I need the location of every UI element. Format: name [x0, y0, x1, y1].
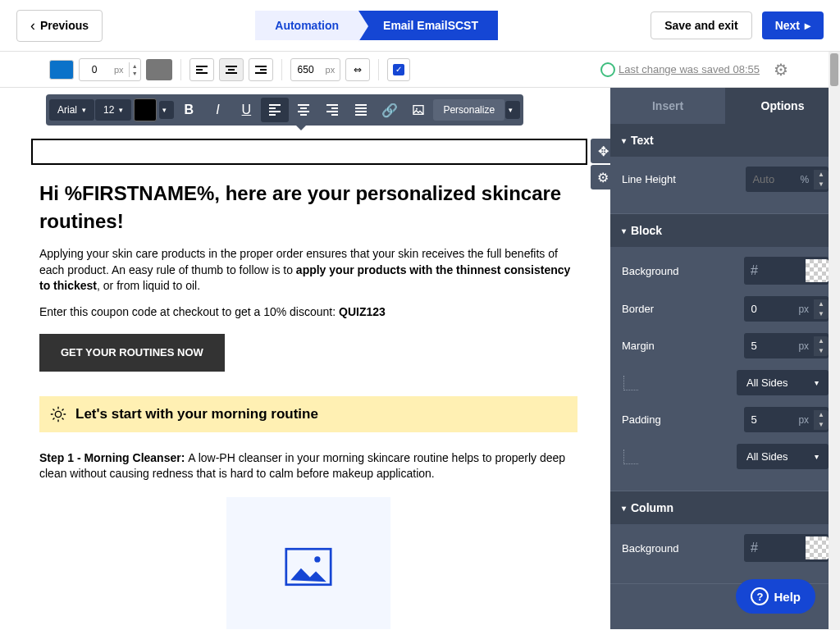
sun-icon [49, 405, 67, 423]
align-right-icon[interactable] [318, 98, 346, 122]
step-1: Step 1 - Morning Cleanser: A low-PH clea… [39, 450, 578, 482]
align-center-button[interactable] [219, 58, 244, 81]
line-height-input[interactable]: %▲▼ [746, 167, 829, 192]
sidebar: Insert Options Text Line Height %▲▼ Bloc… [610, 88, 840, 629]
align-left-icon[interactable] [261, 98, 289, 122]
help-button[interactable]: Help [736, 579, 815, 614]
section-text[interactable]: Text [610, 124, 840, 157]
color-dropdown[interactable] [159, 101, 174, 119]
svg-point-2 [55, 411, 61, 417]
text-toolbar: Arial 12 B I U 🔗 Personalize [46, 94, 523, 126]
padding-stepper[interactable]: ▲▼ [129, 62, 140, 77]
previous-label: Previous [40, 19, 89, 32]
tab-email[interactable]: Email EmailSCST [358, 11, 498, 40]
svg-point-1 [416, 108, 418, 110]
svg-point-4 [314, 556, 320, 562]
margin-label: Margin [622, 340, 737, 352]
image-icon[interactable] [404, 98, 432, 122]
tree-indent-icon [623, 376, 638, 390]
bold-button[interactable]: B [175, 98, 203, 122]
image-placeholder-icon [285, 547, 332, 587]
width-input-box: px [290, 58, 341, 81]
move-icon[interactable]: ✥ [591, 139, 610, 163]
settings-icon[interactable]: ⚙ [771, 60, 791, 80]
size-select[interactable]: 12 [95, 99, 131, 121]
padding-sides-select[interactable]: All Sides [737, 444, 829, 469]
line-height-label: Line Height [622, 173, 739, 185]
width-unit: px [321, 65, 340, 75]
save-status: Last change was saved 08:55 [600, 62, 760, 77]
font-select[interactable]: Arial [49, 99, 94, 121]
block-bg-color[interactable]: # [744, 257, 829, 285]
block-settings-icon[interactable]: ⚙ [591, 165, 610, 189]
border-input[interactable]: px▲▼ [744, 296, 829, 322]
align-left-button[interactable] [189, 58, 214, 81]
next-label: Next [775, 19, 800, 32]
tab-options[interactable]: Options [725, 88, 840, 124]
paragraph-2: Enter this coupon code at checkout to ge… [39, 304, 578, 321]
email-content: Hi %FIRSTNAME%, here are your personaliz… [0, 165, 610, 629]
align-right-button[interactable] [249, 58, 273, 81]
block-bg-label: Background [622, 265, 737, 277]
text-color[interactable] [134, 98, 157, 121]
tab-automation[interactable]: Automation [255, 11, 358, 40]
check-circle-icon [600, 62, 615, 77]
section-column[interactable]: Column [610, 491, 840, 524]
bg-color-swatch[interactable] [49, 60, 74, 80]
padding-unit: px [109, 65, 129, 75]
padding-input[interactable] [80, 64, 109, 75]
section-block[interactable]: Block [610, 214, 840, 247]
column-bg-color[interactable]: # [744, 534, 829, 562]
tab-insert[interactable]: Insert [610, 88, 725, 124]
align-center-icon[interactable] [290, 98, 317, 122]
checkbox[interactable]: ✓ [387, 58, 410, 81]
padding-input-box: px ▲▼ [79, 58, 141, 81]
margin-input[interactable]: px▲▼ [744, 333, 829, 358]
personalize-button[interactable]: Personalize [433, 99, 504, 121]
margin-sides-select[interactable]: All Sides [737, 370, 829, 395]
save-label: Save and exit [664, 19, 738, 32]
paragraph-1: Applying your skin care products in the … [39, 246, 578, 294]
secondary-swatch[interactable] [146, 59, 172, 80]
italic-button[interactable]: I [203, 98, 231, 122]
tree-indent-icon [623, 450, 638, 464]
breadcrumb-tabs: Automation Email EmailSCST [255, 11, 498, 40]
cta-button[interactable]: GET YOUR ROUTINES NOW [39, 334, 225, 372]
padding-input-sb[interactable]: px▲▼ [744, 407, 829, 432]
next-button[interactable]: Next [762, 11, 824, 39]
column-bg-label: Background [622, 542, 737, 555]
scrollbar[interactable] [829, 52, 840, 630]
align-justify-icon[interactable] [347, 98, 375, 122]
save-exit-button[interactable]: Save and exit [651, 11, 752, 39]
more-dropdown[interactable] [505, 101, 520, 119]
selected-block[interactable]: ✥ ⚙ [31, 139, 587, 165]
border-label: Border [622, 303, 737, 315]
fit-width-button[interactable]: ⇔ [345, 58, 370, 81]
image-placeholder[interactable] [226, 497, 390, 629]
morning-routine-callout: Let's start with your morning routine [39, 396, 578, 432]
link-icon[interactable]: 🔗 [376, 98, 404, 122]
padding-label: Padding [622, 413, 737, 426]
previous-button[interactable]: Previous [16, 10, 103, 42]
width-input[interactable] [291, 64, 321, 75]
email-heading: Hi %FIRSTNAME%, here are your personaliz… [39, 180, 578, 235]
underline-button[interactable]: U [232, 98, 260, 122]
